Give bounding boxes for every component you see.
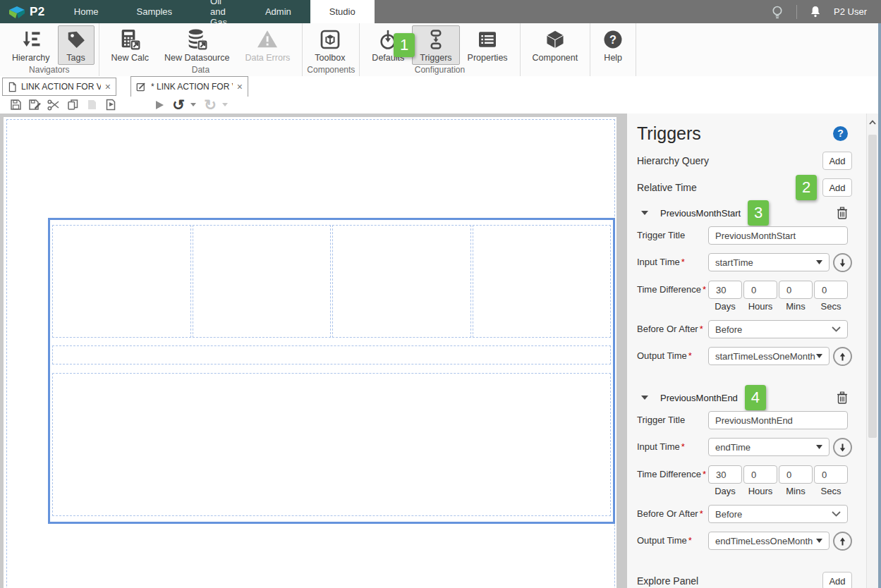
run-button[interactable] — [151, 97, 168, 113]
before-or-after-label: Before Or After* — [637, 320, 708, 338]
output-time-select[interactable]: endTimeLessOneMonth — [708, 532, 830, 550]
trigger-title-input[interactable] — [708, 226, 848, 245]
move-down-button[interactable] — [833, 253, 852, 272]
copy-button[interactable] — [64, 97, 81, 113]
canvas-vertical-scrollbar[interactable] — [616, 114, 627, 588]
bell-icon[interactable] — [808, 4, 822, 20]
scroll-up-icon[interactable] — [868, 119, 877, 126]
data-errors-button[interactable]: Data Errors — [237, 25, 298, 65]
nav-item-oil-and-gas[interactable]: Oil and Gas — [191, 0, 246, 23]
input-time-value: startTime — [715, 257, 753, 268]
secs-input[interactable] — [814, 281, 848, 299]
tab-close-icon[interactable]: × — [237, 82, 243, 92]
mins-input[interactable] — [779, 465, 813, 484]
cut-button[interactable] — [45, 97, 62, 113]
move-up-button[interactable] — [833, 347, 852, 366]
before-or-after-value: Before — [715, 509, 742, 520]
new-datasource-button[interactable]: New Datasource — [157, 25, 237, 65]
panel-vertical-scrollbar[interactable] — [866, 114, 878, 588]
days-input[interactable] — [708, 281, 742, 299]
design-canvas[interactable] — [0, 114, 616, 588]
input-time-value: endTime — [715, 442, 751, 453]
hierarchy-query-add-button[interactable]: Add — [822, 152, 852, 170]
layout-thin-row[interactable] — [52, 345, 611, 365]
move-up-button[interactable] — [833, 532, 852, 551]
trigger-title-input[interactable] — [708, 411, 848, 429]
nav-item-studio[interactable]: Studio — [310, 0, 375, 23]
layout-cell[interactable] — [332, 225, 471, 338]
hours-input[interactable] — [743, 465, 777, 484]
before-or-after-select[interactable]: Before — [708, 320, 848, 338]
time-difference-label: Time Difference* — [637, 281, 708, 299]
arrow-up-icon — [839, 537, 846, 546]
secs-label: Secs — [814, 486, 848, 496]
layout-large-row[interactable] — [52, 373, 611, 516]
new-datasource-label: New Datasource — [164, 53, 229, 63]
nav-item-home[interactable]: Home — [55, 0, 118, 23]
time-unit-labels: Days Hours Mins Secs — [708, 301, 848, 312]
undo-dropdown-caret[interactable] — [190, 103, 196, 106]
redo-button[interactable]: ↻ — [202, 97, 219, 113]
trigger-section-header: PreviousMonthEnd 4 — [637, 388, 852, 407]
days-input[interactable] — [708, 465, 742, 484]
calculator-icon — [119, 28, 141, 51]
component-button[interactable]: Component — [525, 25, 586, 65]
collapse-triangle-icon[interactable] — [641, 396, 648, 400]
hours-input[interactable] — [743, 281, 777, 299]
days-label: Days — [708, 486, 742, 496]
layout-cell[interactable] — [193, 225, 332, 338]
triggers-icon — [425, 28, 446, 51]
toolbox-button[interactable]: Toolbox — [307, 25, 353, 65]
layout-cell[interactable] — [52, 225, 191, 338]
lightbulb-icon[interactable] — [770, 4, 785, 20]
p2-logo[interactable]: P2 — [0, 0, 55, 23]
panel-help-icon[interactable]: ? — [833, 126, 848, 141]
save-as-button[interactable] — [26, 97, 43, 113]
nav-item-admin[interactable]: Admin — [246, 0, 310, 23]
paste-button[interactable] — [83, 97, 100, 113]
collapse-triangle-icon[interactable] — [641, 211, 648, 215]
delete-trigger-button[interactable] — [837, 391, 848, 404]
layout-cell[interactable] — [473, 225, 612, 338]
triggers-button[interactable]: Triggers — [412, 25, 459, 65]
secs-input[interactable] — [814, 465, 848, 484]
input-time-select[interactable]: endTime — [708, 438, 830, 456]
properties-button[interactable]: Properties — [460, 25, 516, 65]
trigger-title-label: Trigger Title — [637, 226, 708, 245]
input-time-select[interactable]: startTime — [708, 253, 830, 271]
arrow-up-icon — [839, 352, 846, 362]
before-or-after-select[interactable]: Before — [708, 505, 848, 523]
tags-button[interactable]: Tags — [58, 25, 95, 65]
data-errors-label: Data Errors — [245, 53, 290, 63]
hierarchy-button[interactable]: Hierarchy — [4, 25, 58, 65]
trash-icon — [837, 207, 848, 219]
export-button[interactable] — [102, 97, 119, 113]
output-time-label: Output Time* — [637, 347, 708, 365]
explore-panel-add-button[interactable]: Add — [822, 572, 852, 588]
help-icon: ? — [602, 28, 624, 51]
selected-component-outline[interactable] — [48, 218, 615, 524]
save-button[interactable] — [7, 97, 24, 113]
mins-input[interactable] — [779, 281, 813, 299]
document-tab-1[interactable]: LINK ACTION FOR VARIAB × — [2, 78, 116, 96]
nav-item-samples[interactable]: Samples — [117, 0, 191, 23]
callout-badge-3: 3 — [748, 200, 769, 226]
new-calc-label: New Calc — [111, 53, 150, 63]
user-name[interactable]: P2 User — [834, 6, 867, 17]
scrollbar-thumb[interactable] — [868, 135, 877, 438]
new-calc-button[interactable]: New Calc — [104, 25, 157, 65]
undo-button[interactable]: ↺ — [170, 97, 187, 113]
document-tab-2-active[interactable]: * LINK ACTION FOR VARIA × — [130, 76, 248, 97]
tab-close-icon[interactable]: × — [105, 82, 111, 92]
time-difference-label: Time Difference* — [637, 465, 708, 484]
top-bar: P2 Home Samples Oil and Gas Admin Studio… — [0, 0, 881, 23]
move-down-button[interactable] — [833, 438, 852, 457]
document-tab-bar: LINK ACTION FOR VARIAB × * LINK ACTION F… — [0, 76, 881, 97]
output-time-select[interactable]: startTimeLessOneMonth — [708, 347, 830, 365]
delete-trigger-button[interactable] — [837, 207, 848, 219]
tab-title: LINK ACTION FOR VARIAB — [21, 82, 101, 92]
help-button[interactable]: ? Help — [595, 25, 631, 65]
relative-time-add-button[interactable]: Add — [822, 178, 852, 197]
redo-dropdown-caret[interactable] — [222, 103, 228, 106]
required-asterisk: * — [688, 350, 692, 361]
